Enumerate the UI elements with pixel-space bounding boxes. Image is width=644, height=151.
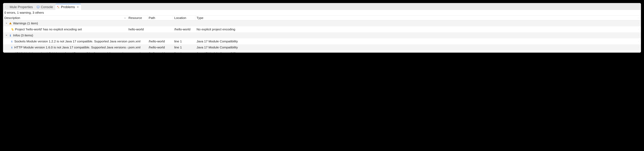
problems-table: Description Resource Path Location Type	[3, 15, 641, 52]
problem-row[interactable]: Sockets Module version 1.2.2 is not Java…	[3, 38, 641, 44]
svg-rect-33	[12, 47, 12, 47]
group-label: Warnings (1 item)	[13, 21, 38, 25]
table-header: Description Resource Path Location Type	[3, 15, 641, 20]
col-path[interactable]: Path	[148, 15, 173, 20]
svg-rect-12	[37, 6, 39, 7]
problem-type: Java 17 Module Compatibility	[195, 39, 638, 44]
group-label: Infos (3 items)	[13, 33, 33, 37]
problems-icon	[57, 5, 60, 9]
close-icon[interactable]: ✕	[77, 5, 79, 9]
chevron-down-icon[interactable]	[6, 34, 8, 36]
svg-rect-19	[10, 24, 10, 24]
svg-point-2	[7, 7, 7, 7]
problem-type: Java 17 Module Compatibility	[195, 51, 638, 52]
svg-rect-30	[12, 42, 12, 42]
svg-rect-13	[38, 8, 39, 8]
svg-rect-29	[12, 41, 12, 41]
col-type[interactable]: Type	[195, 15, 638, 20]
group-row-warnings[interactable]: Warnings (1 item)	[3, 20, 641, 26]
problem-row[interactable]: ! Project 'hello-world' has no explicit …	[3, 26, 641, 32]
problem-resource: hello-world	[127, 27, 148, 32]
problem-path: /hello-world	[148, 51, 173, 52]
problem-path: /hello-world	[148, 45, 173, 50]
problem-description: APIKit Module version 1.5.11 is not Java…	[14, 52, 127, 52]
col-location[interactable]: Location	[173, 15, 195, 20]
svg-rect-25	[10, 35, 10, 35]
tab-problems[interactable]: Problems ✕	[56, 4, 81, 10]
svg-rect-26	[10, 36, 11, 36]
svg-rect-14	[57, 6, 60, 8]
problem-description: Sockets Module version 1.2.2 is not Java…	[14, 39, 127, 43]
table-body: Warnings (1 item) ! Project 'hello-world…	[3, 20, 641, 52]
console-icon	[36, 5, 40, 9]
info-icon	[11, 46, 13, 49]
svg-rect-31	[12, 46, 12, 47]
col-description-label: Description	[4, 16, 20, 20]
svg-rect-34	[12, 48, 12, 48]
problem-row[interactable]: HTTP Module version 1.6.0 is not Java 17…	[3, 44, 641, 50]
problem-location: line 1	[173, 39, 195, 44]
warning-icon	[9, 22, 12, 25]
col-gutter	[638, 17, 641, 19]
problem-location: line 1	[173, 51, 195, 52]
problem-type: Java 17 Module Compatibility	[195, 45, 638, 50]
problems-view-window: Mule Properties Console Problems ✕ 0 err…	[3, 3, 641, 53]
col-resource[interactable]: Resource	[127, 15, 148, 20]
problem-path: /hello-world	[148, 39, 173, 44]
tab-console[interactable]: Console	[35, 4, 55, 10]
lightbulb-warning-icon: !	[11, 28, 14, 31]
tab-label: Mule Properties	[10, 5, 33, 9]
svg-rect-18	[10, 23, 10, 24]
tab-label: Problems	[61, 5, 75, 9]
info-icon	[11, 52, 13, 52]
col-description[interactable]: Description	[3, 15, 127, 20]
problem-row[interactable]: APIKit Module version 1.5.11 is not Java…	[3, 50, 641, 52]
problem-location: /hello-world	[173, 27, 195, 32]
tab-label: Console	[41, 5, 53, 9]
info-icon	[11, 40, 13, 43]
group-row-infos[interactable]: Infos (3 items)	[3, 32, 641, 38]
chevron-down-icon[interactable]	[6, 22, 8, 24]
problem-type: No explicit project encoding	[195, 27, 638, 32]
problem-description: HTTP Module version 1.6.0 is not Java 17…	[14, 46, 127, 49]
problem-description: Project 'hello-world' has no explicit en…	[15, 27, 82, 31]
problems-summary: 0 errors, 1 warning, 3 others	[3, 10, 641, 15]
problem-path	[148, 29, 173, 30]
tab-bar: Mule Properties Console Problems ✕	[3, 3, 641, 10]
gear-icon	[5, 5, 8, 9]
chevron-down-icon	[124, 16, 126, 20]
problem-resource: pom.xml	[127, 45, 148, 50]
svg-rect-23	[10, 34, 11, 35]
svg-rect-27	[12, 40, 12, 41]
problem-location: line 1	[173, 45, 195, 50]
problem-resource: pom.xml	[127, 51, 148, 52]
problem-resource: pom.xml	[127, 39, 148, 44]
info-icon	[9, 34, 12, 37]
tab-mule-properties[interactable]: Mule Properties	[4, 4, 35, 10]
